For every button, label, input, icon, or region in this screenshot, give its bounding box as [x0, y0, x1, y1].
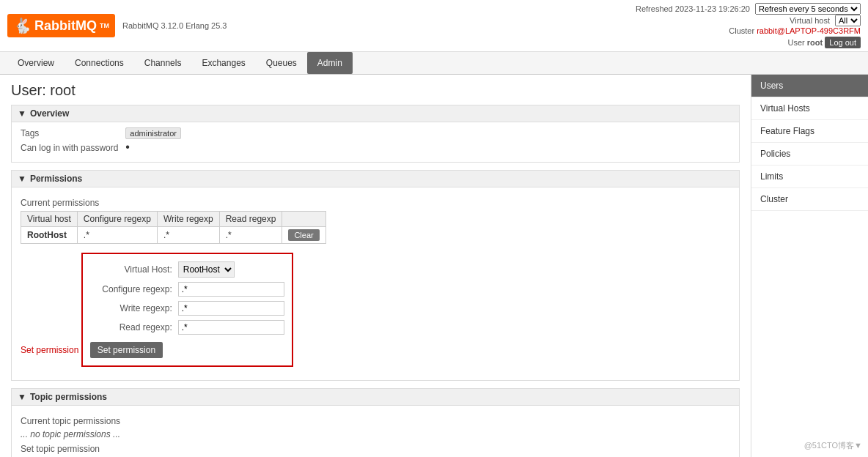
write-row: Write regexp: — [90, 301, 284, 316]
top-right-info: Refreshed 2023-11-23 19:26:20 Refresh ev… — [636, 3, 861, 48]
can-login-row: Can log in with password • — [21, 141, 730, 153]
sidebar-item-policies[interactable]: Policies — [751, 143, 868, 166]
cluster-info: Cluster rabbit@LAPTOP-499C3RFM — [636, 26, 861, 35]
overview-section-header[interactable]: ▼ Overview — [11, 105, 740, 122]
collapse-topic-icon: ▼ — [18, 392, 26, 402]
nav-connections[interactable]: Connections — [65, 52, 134, 74]
collapse-permissions-icon: ▼ — [18, 174, 26, 184]
nav-admin[interactable]: Admin — [307, 52, 353, 74]
user-label: User — [788, 38, 805, 47]
nav-queues[interactable]: Queues — [256, 52, 307, 74]
logo: 🐇 RabbitMQ TM — [7, 14, 115, 37]
vhost-info: Virtual host All — [636, 15, 861, 26]
no-topic-text: ... no topic permissions ... — [21, 429, 730, 439]
vhost-row: Virtual Host: RootHost / — [90, 261, 284, 278]
sidebar: Users Virtual Hosts Feature Flags Polici… — [751, 75, 868, 457]
perm-write: .* — [157, 227, 219, 244]
content-area: User: root ▼ Overview Tags administrator… — [0, 75, 751, 457]
tags-row: Tags administrator — [21, 128, 730, 138]
can-login-label: Can log in with password — [21, 143, 123, 153]
rabbit-icon: 🐇 — [13, 17, 32, 34]
main-layout: User: root ▼ Overview Tags administrator… — [0, 75, 868, 457]
vhost-select[interactable]: All — [835, 15, 861, 26]
sidebar-item-virtual-hosts[interactable]: Virtual Hosts — [751, 97, 868, 120]
refresh-select[interactable]: Refresh every 5 seconds — [755, 3, 861, 15]
version-info: RabbitMQ 3.12.0 Erlang 25.3 — [122, 21, 227, 30]
logout-button[interactable]: Log out — [825, 37, 861, 48]
write-input[interactable] — [178, 301, 284, 316]
nav-exchanges[interactable]: Exchanges — [191, 52, 255, 74]
refresh-info: Refreshed 2023-11-23 19:26:20 Refresh ev… — [636, 3, 861, 15]
read-form-label: Read regexp: — [90, 322, 178, 332]
current-permissions-label: Current permissions — [21, 198, 730, 208]
current-topic-label: Current topic permissions — [21, 416, 730, 426]
vhost-dropdown[interactable]: RootHost / — [178, 261, 235, 278]
configure-form-label: Configure regexp: — [90, 284, 178, 294]
permissions-section-content: Current permissions Virtual host Configu… — [11, 187, 740, 381]
tags-value: administrator — [125, 127, 181, 139]
table-row: RootHost .* .* .* Clear — [21, 227, 326, 244]
col-read: Read regexp — [219, 212, 282, 227]
sidebar-item-limits[interactable]: Limits — [751, 166, 868, 188]
collapse-overview-icon: ▼ — [18, 108, 26, 119]
permissions-section-label: Permissions — [30, 174, 82, 184]
nav-overview[interactable]: Overview — [7, 52, 65, 74]
sidebar-item-feature-flags[interactable]: Feature Flags — [751, 120, 868, 143]
tags-label: Tags — [21, 128, 123, 138]
refreshed-text: Refreshed 2023-11-23 19:26:20 — [636, 4, 750, 13]
set-permission-button[interactable]: Set permission — [90, 342, 163, 358]
can-login-value: • — [125, 141, 130, 153]
read-row: Read regexp: — [90, 320, 284, 335]
perm-read: .* — [219, 227, 282, 244]
perm-configure: .* — [77, 227, 157, 244]
configure-input[interactable] — [178, 282, 284, 297]
nav-channels[interactable]: Channels — [134, 52, 192, 74]
page-title: User: root — [11, 82, 740, 99]
overview-section-label: Overview — [30, 108, 69, 119]
clear-button[interactable]: Clear — [288, 229, 319, 241]
topic-section-content: Current topic permissions ... no topic p… — [11, 406, 740, 457]
user-value: root — [807, 38, 823, 47]
user-info: User root Log out — [636, 37, 861, 48]
logo-text: RabbitMQ — [34, 18, 97, 34]
sidebar-item-users[interactable]: Users — [751, 75, 868, 97]
sidebar-item-cluster[interactable]: Cluster — [751, 188, 868, 211]
configure-row: Configure regexp: — [90, 282, 284, 297]
cluster-label: Cluster — [729, 26, 754, 35]
write-form-label: Write regexp: — [90, 303, 178, 313]
set-permission-link[interactable]: Set permission — [21, 345, 78, 355]
topic-section-label: Topic permissions — [30, 392, 107, 402]
col-configure: Configure regexp — [77, 212, 157, 227]
perm-clear-cell: Clear — [282, 227, 326, 244]
logo-area: 🐇 RabbitMQ TM RabbitMQ 3.12.0 Erlang 25.… — [7, 14, 227, 37]
col-action — [282, 212, 326, 227]
cluster-link[interactable]: rabbit@LAPTOP-499C3RFM — [757, 26, 861, 35]
vhost-form-label: Virtual Host: — [90, 264, 178, 275]
main-nav: Overview Connections Channels Exchanges … — [0, 52, 868, 75]
col-vhost: Virtual host — [21, 212, 78, 227]
set-topic-label: Set topic permission — [21, 444, 730, 454]
permissions-table: Virtual host Configure regexp Write rege… — [21, 211, 326, 244]
perm-vhost: RootHost — [21, 227, 78, 244]
permissions-section-header[interactable]: ▼ Permissions — [11, 170, 740, 187]
col-write: Write regexp — [157, 212, 219, 227]
logo-tm: TM — [100, 22, 109, 29]
set-permission-box: Virtual Host: RootHost / Configure regex… — [81, 253, 293, 367]
watermark: @51CTO博客▼ — [804, 440, 862, 451]
overview-section-content: Tags administrator Can log in with passw… — [11, 122, 740, 163]
read-input[interactable] — [178, 320, 284, 335]
vhost-label: Virtual host — [790, 16, 830, 25]
topic-section-header[interactable]: ▼ Topic permissions — [11, 388, 740, 406]
topbar: 🐇 RabbitMQ TM RabbitMQ 3.12.0 Erlang 25.… — [0, 0, 868, 52]
